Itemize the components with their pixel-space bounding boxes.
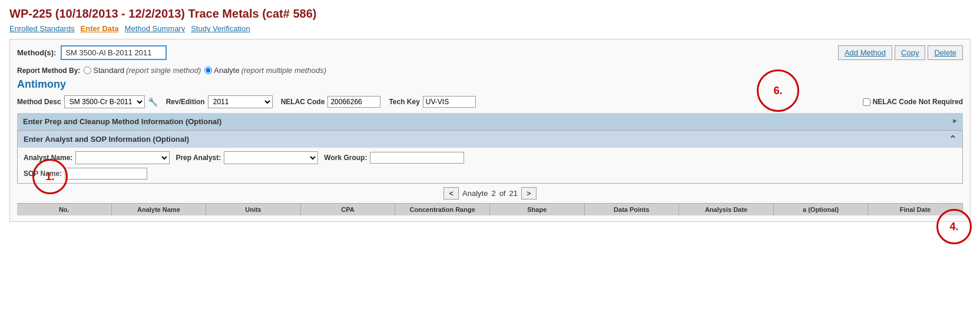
nav-enter-data[interactable]: Enter Data bbox=[81, 24, 119, 33]
standard-radio[interactable] bbox=[84, 67, 91, 74]
add-method-button[interactable]: Add Method bbox=[838, 45, 892, 60]
nelac-not-required-row[interactable]: NELAC Code Not Required bbox=[863, 98, 963, 106]
analyte-label: Analyte bbox=[214, 66, 239, 75]
method-desc-select[interactable]: SM 3500-Cr B-2011 bbox=[64, 95, 145, 108]
prep-section-header[interactable]: Enter Prep and Cleanup Method Informatio… bbox=[17, 113, 963, 130]
nelac-not-required-label: NELAC Code Not Required bbox=[873, 98, 963, 106]
tech-key-input[interactable] bbox=[423, 96, 476, 108]
analyst-fields-row: Analyst Name: Prep Analyst: Work Group: bbox=[18, 148, 962, 168]
pagination-of: of bbox=[499, 189, 506, 198]
analyst-section-header[interactable]: Enter Analyst and SOP Information (Optio… bbox=[18, 131, 962, 148]
analyte-sub: (report multiple methods) bbox=[241, 66, 327, 75]
method-row: Method(s): SM 3500-Al B-2011 2011 Add Me… bbox=[17, 45, 963, 60]
nelac-code-input[interactable] bbox=[327, 96, 380, 108]
delete-button[interactable]: Delete bbox=[928, 45, 963, 60]
standard-radio-option[interactable]: Standard (report single method) bbox=[84, 66, 201, 75]
col-shape: Shape bbox=[490, 204, 585, 215]
next-page-button[interactable]: > bbox=[521, 187, 537, 200]
tech-key-group: Tech Key bbox=[389, 96, 475, 108]
col-concentration-range: Concentration Range bbox=[395, 204, 490, 215]
page-title: WP-225 (10/18/2013 - 12/2/2013) Trace Me… bbox=[9, 7, 971, 21]
pagination-row: < Analyte 2 of 21 > bbox=[17, 184, 963, 203]
pagination-current: 2 bbox=[491, 189, 495, 198]
method-desc-group: Method Desc SM 3500-Cr B-2011 🔧 bbox=[17, 95, 158, 108]
col-units: Units bbox=[206, 204, 301, 215]
analyst-expand-icon: ⌃ bbox=[949, 134, 956, 145]
analyte-fields-row: Method Desc SM 3500-Cr B-2011 🔧 Rev/Edit… bbox=[17, 95, 963, 108]
prep-section-title: Enter Prep and Cleanup Method Informatio… bbox=[23, 117, 221, 126]
sop-name-label: SOP Name: bbox=[24, 170, 62, 178]
analyst-section-title: Enter Analyst and SOP Information (Optio… bbox=[24, 135, 189, 144]
table-header-row: No. Analyte Name Units CPA Concentration… bbox=[17, 203, 963, 215]
rev-edition-select[interactable]: 2011 bbox=[208, 95, 273, 108]
analyst-section: Enter Analyst and SOP Information (Optio… bbox=[17, 130, 963, 184]
wrench-icon[interactable]: 🔧 bbox=[148, 97, 158, 107]
nelac-code-label: NELAC Code bbox=[281, 98, 325, 106]
report-method-row: Report Method By: Standard (report singl… bbox=[17, 66, 963, 75]
sop-row: SOP Name: bbox=[18, 168, 962, 183]
standard-label: Standard bbox=[93, 66, 124, 75]
prep-analyst-group: Prep Analyst: bbox=[176, 151, 318, 164]
prev-page-button[interactable]: < bbox=[443, 187, 459, 200]
method-select-display[interactable]: SM 3500-Al B-2011 2011 bbox=[61, 45, 167, 60]
pagination-total: 21 bbox=[509, 189, 517, 198]
action-buttons: Add Method Copy Delete bbox=[838, 45, 963, 60]
analyte-radio[interactable] bbox=[204, 67, 212, 74]
col-analyte-name: Analyte Name bbox=[112, 204, 207, 215]
work-group-group: Work Group: bbox=[324, 152, 464, 164]
rev-edition-label: Rev/Edition bbox=[166, 98, 205, 106]
col-a-optional: a (Optional) bbox=[774, 204, 869, 215]
method-desc-label: Method Desc bbox=[17, 98, 61, 106]
nav-method-summary[interactable]: Method Summary bbox=[125, 24, 186, 33]
standard-sub: (report single method) bbox=[126, 66, 201, 75]
analyst-name-group: Analyst Name: bbox=[24, 151, 170, 164]
analyte-radio-option[interactable]: Analyte (report multiple methods) bbox=[204, 66, 326, 75]
analyte-title: Antimony bbox=[17, 78, 963, 91]
work-group-label: Work Group: bbox=[324, 154, 367, 162]
nelac-not-required-checkbox[interactable] bbox=[863, 98, 870, 106]
copy-button[interactable]: Copy bbox=[895, 45, 925, 60]
prep-analyst-label: Prep Analyst: bbox=[176, 154, 221, 162]
col-cpa: CPA bbox=[301, 204, 396, 215]
rev-edition-group: Rev/Edition 2011 bbox=[166, 95, 273, 108]
col-final-date: Final Date bbox=[868, 204, 963, 215]
col-analysis-date: Analysis Date bbox=[679, 204, 774, 215]
col-no: No. bbox=[17, 204, 112, 215]
report-method-label: Report Method By: bbox=[17, 67, 80, 75]
prep-analyst-select[interactable] bbox=[224, 151, 318, 164]
analyst-name-select[interactable] bbox=[75, 151, 170, 164]
col-data-points: Data Points bbox=[585, 204, 680, 215]
tech-key-label: Tech Key bbox=[389, 98, 419, 106]
nav-study-verification[interactable]: Study Verification bbox=[191, 24, 250, 33]
main-card: Method(s): SM 3500-Al B-2011 2011 Add Me… bbox=[9, 39, 971, 222]
page-container: 1. 4. 6. WP-225 (10/18/2013 - 12/2/2013)… bbox=[0, 0, 980, 319]
nav-links: Enrolled Standards Enter Data Method Sum… bbox=[9, 24, 971, 33]
sop-name-input[interactable] bbox=[65, 168, 147, 180]
method-label: Method(s): bbox=[17, 48, 56, 57]
prep-collapse-icon: ‣ bbox=[952, 116, 957, 127]
work-group-input[interactable] bbox=[370, 152, 464, 164]
nav-enrolled-standards[interactable]: Enrolled Standards bbox=[9, 24, 75, 33]
analyst-name-label: Analyst Name: bbox=[24, 154, 72, 162]
nelac-code-group: NELAC Code bbox=[281, 96, 381, 108]
pagination-label: Analyte bbox=[462, 189, 488, 198]
